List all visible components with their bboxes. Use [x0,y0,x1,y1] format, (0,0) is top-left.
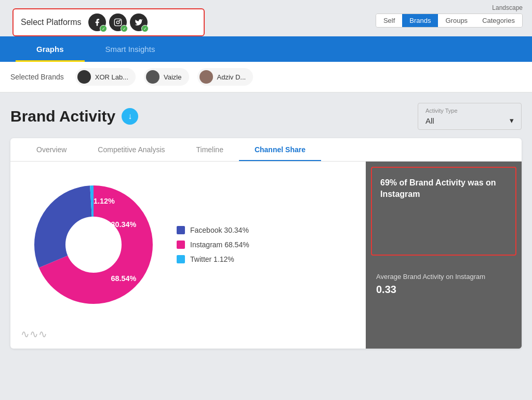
facebook-pct-label: 30.34% [111,220,137,229]
tab-timeline[interactable]: Timeline [181,138,239,161]
landscape-section: Landscape Self Brands Groups Categories [376,4,523,28]
donut-wrapper: 68.54% 30.34% 1.12% [31,182,156,307]
highlighted-insight-text: 69% of Brand Activity was on Instagram [380,178,496,198]
brand-activity-title-group: Brand Activity ↓ [10,108,138,125]
inner-tabs: Overview Competitive Analysis Timeline C… [10,138,522,162]
activity-type-dropdown[interactable]: Activity Type All ▾ [418,103,522,130]
landscape-self-button[interactable]: Self [376,14,402,27]
twitter-pct-label: 1.12% [94,197,115,205]
chart-card: Overview Competitive Analysis Timeline C… [10,138,522,349]
brand-name-vaizle: Vaizle [164,73,181,81]
instagram-pct-label: 68.54% [111,274,137,283]
average-insight-box: Average Brand Activity on Instagram 0.33 [366,256,522,349]
wave-icon: ∿∿∿ [21,328,47,340]
avg-label: Average Brand Activity on Instagram [376,273,511,281]
svg-point-2 [119,20,120,21]
svg-point-1 [117,21,119,23]
brand-dot-adziv [200,70,213,84]
brand-dot-vaizle [146,70,159,84]
tab-smart-insights[interactable]: Smart Insights [85,36,176,62]
instagram-platform-icon[interactable]: ✓ [109,14,127,31]
tab-competitive-analysis[interactable]: Competitive Analysis [82,138,180,161]
tab-channel-share[interactable]: Channel Share [239,138,321,161]
chevron-down-icon: ▾ [510,116,514,125]
facebook-check-badge: ✓ [100,25,107,32]
activity-type-select[interactable]: All ▾ [425,116,514,125]
platform-icons-group: ✓ ✓ ✓ [88,14,148,31]
landscape-categories-button[interactable]: Categories [475,14,522,27]
selected-brands-bar: Selected Brands XOR Lab... Vaizle Adziv … [0,62,532,92]
legend-label-facebook: Facebook 30.34% [190,226,249,234]
twitter-platform-icon[interactable]: ✓ [130,14,148,31]
legend-color-twitter [177,255,185,263]
instagram-check-badge: ✓ [121,25,128,32]
avg-value: 0.33 [376,284,511,296]
landscape-label: Landscape [492,4,523,11]
donut-container: 68.54% 30.34% 1.12% Facebook 30.34% [21,172,355,312]
donut-chart-svg: 68.54% 30.34% 1.12% [31,182,156,307]
highlighted-insight-box: 69% of Brand Activity was on Instagram [371,167,516,256]
wave-symbol: ∿∿∿ [21,328,47,340]
brand-dot-xor [77,70,91,84]
brand-chip-vaizle[interactable]: Vaizle [144,68,189,86]
select-platforms-box: Select Platforms ✓ ✓ ✓ [12,8,205,36]
brand-chip-adziv[interactable]: Adziv D... [197,68,254,86]
legend-label-instagram: Instagram 68.54% [190,241,249,249]
download-button[interactable]: ↓ [122,108,138,125]
legend-item-facebook: Facebook 30.34% [177,226,249,234]
brand-name-adziv: Adziv D... [217,73,246,81]
brand-name-xor: XOR Lab... [95,73,128,81]
activity-type-label: Activity Type [425,108,514,114]
chart-area: 68.54% 30.34% 1.12% Facebook 30.34% [10,162,366,349]
select-platforms-label: Select Platforms [21,18,81,27]
twitter-check-badge: ✓ [141,25,149,32]
download-icon: ↓ [128,112,132,121]
brand-chip-xor[interactable]: XOR Lab... [75,68,136,86]
section-title-row: Brand Activity ↓ Activity Type All ▾ [10,103,522,130]
nav-tabs: Graphs Smart Insights [0,36,532,62]
svg-rect-0 [115,19,122,25]
legend-color-instagram [177,241,185,249]
selected-brands-label: Selected Brands [10,73,64,81]
legend-color-facebook [177,226,185,234]
right-insight-panel: 69% of Brand Activity was on Instagram A… [366,162,522,349]
main-content: Brand Activity ↓ Activity Type All ▾ Ove… [0,92,532,359]
tab-graphs[interactable]: Graphs [16,36,85,62]
landscape-groups-button[interactable]: Groups [438,14,475,27]
brand-activity-title: Brand Activity [10,108,115,125]
chart-legend: Facebook 30.34% Instagram 68.54% Twitter… [177,226,249,263]
legend-item-twitter: Twitter 1.12% [177,255,249,263]
chart-body: 68.54% 30.34% 1.12% Facebook 30.34% [10,162,522,349]
facebook-platform-icon[interactable]: ✓ [88,14,106,31]
tab-overview[interactable]: Overview [21,138,82,161]
landscape-buttons-group: Self Brands Groups Categories [376,14,523,28]
legend-item-instagram: Instagram 68.54% [177,241,249,249]
legend-label-twitter: Twitter 1.12% [190,255,234,263]
landscape-brands-button[interactable]: Brands [402,14,438,27]
activity-type-value: All [425,116,434,125]
